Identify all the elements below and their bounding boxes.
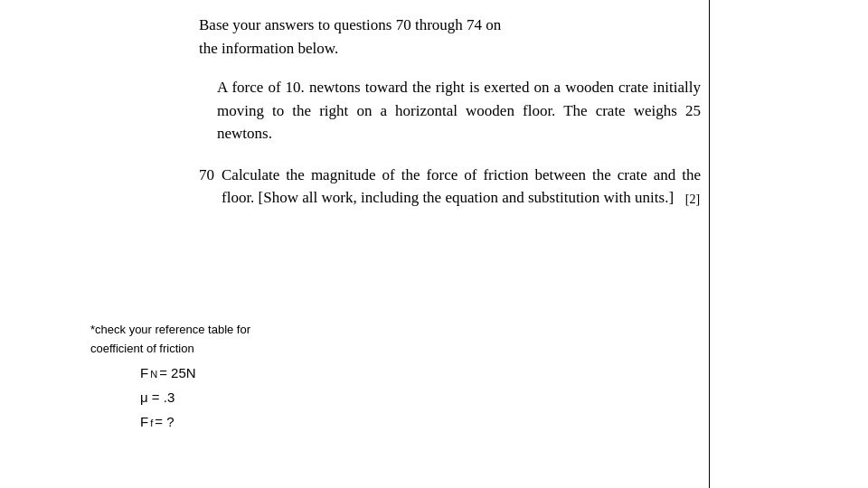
fn-formula: FN = 25N (140, 361, 250, 385)
question-body: Calculate the magnitude of the force of … (222, 166, 701, 207)
question-70-block: 70 Calculate the magnitude of the force … (199, 164, 701, 210)
ff-formula: Ff = ? (140, 409, 250, 434)
reference-note-line1: *check your reference table for (90, 323, 250, 336)
reference-section: *check your reference table for coeffici… (90, 323, 250, 434)
intro-line2: the information below. (199, 40, 338, 57)
problem-description: A force of 10. newtons toward the right … (217, 79, 701, 142)
fn-subscript: N (150, 366, 157, 384)
question-number: 70 (199, 164, 214, 187)
ff-label: F (140, 409, 148, 434)
intro-text: Base your answers to questions 70 throug… (199, 14, 701, 60)
fn-value: = 25N (159, 361, 195, 385)
mu-formula: μ = .3 (140, 385, 250, 409)
ff-subscript: f (150, 415, 153, 433)
ff-value: = ? (155, 409, 174, 434)
fn-label: F (140, 361, 148, 385)
question-score: [2] (685, 192, 700, 206)
page-container: Base your answers to questions 70 throug… (0, 0, 868, 488)
mu-label: μ = .3 (140, 385, 175, 409)
problem-text: A force of 10. newtons toward the right … (199, 76, 701, 145)
reference-note-line2: coefficient of friction (90, 342, 250, 355)
main-content: Base your answers to questions 70 throug… (199, 14, 701, 219)
intro-line1: Base your answers to questions 70 throug… (199, 16, 501, 33)
vertical-divider (709, 0, 710, 488)
formulas: FN = 25N μ = .3 Ff = ? (90, 361, 250, 434)
question-text: Calculate the magnitude of the force of … (222, 164, 701, 210)
